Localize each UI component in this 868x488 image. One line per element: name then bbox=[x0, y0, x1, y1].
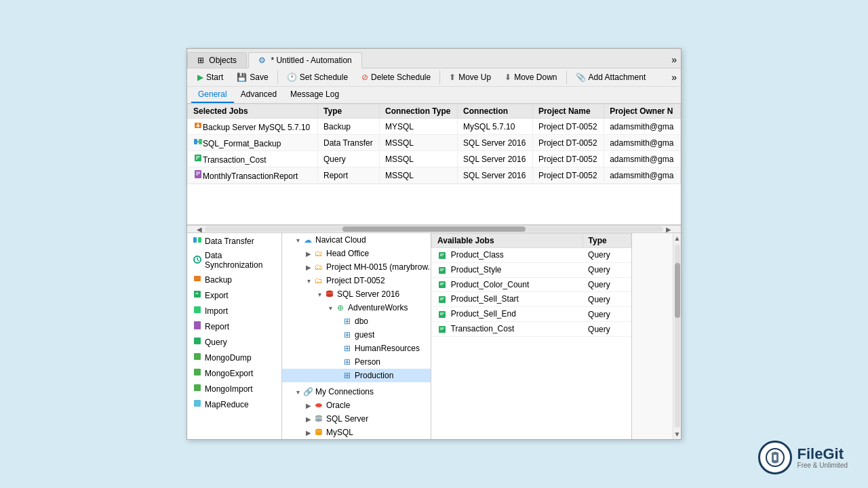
list-item[interactable]: Product_Style Query bbox=[432, 262, 631, 277]
toolbar-expand-icon[interactable]: » bbox=[671, 72, 677, 83]
job-name-cell: Transaction_Cost bbox=[188, 151, 318, 167]
tree-mysql[interactable]: ▶ MySQL bbox=[282, 426, 431, 439]
subtab-general-label: General bbox=[198, 89, 227, 99]
col-project-owner: Project Owner N bbox=[604, 104, 681, 119]
avail-job-type: Query bbox=[583, 248, 631, 263]
svg-rect-12 bbox=[193, 237, 197, 243]
tree-person[interactable]: ⊞ Person bbox=[282, 355, 431, 369]
list-item[interactable]: Transaction_Cost Query bbox=[432, 322, 631, 337]
add-attachment-button[interactable]: 📎 Add Attachment bbox=[570, 70, 652, 84]
table-row[interactable]: Backup Server MySQL 5.7.10 Backup MYSQL … bbox=[188, 119, 681, 135]
bottom-split: Data TransferData SynchronizationBackupE… bbox=[187, 233, 681, 439]
tab-automation[interactable]: ⚙ * Untitled - Automation bbox=[248, 52, 362, 68]
selected-jobs-section: Selected Jobs Type Connection Type Conne… bbox=[187, 104, 681, 225]
subtab-messagelog-label: Message Log bbox=[290, 89, 339, 99]
tab-objects[interactable]: ⊞ Objects bbox=[187, 52, 247, 68]
scroll-thumb[interactable] bbox=[342, 226, 526, 232]
list-item[interactable]: Product_Class Query bbox=[432, 248, 631, 263]
set-schedule-button[interactable]: 🕐 Set Schedule bbox=[281, 70, 354, 84]
tree-dbo[interactable]: ⊞ dbo bbox=[282, 314, 431, 328]
tree-sqlserver[interactable]: ▾ SQL Server 2016 bbox=[282, 287, 431, 301]
subtab-general[interactable]: General bbox=[191, 87, 234, 103]
table-row[interactable]: MonthlyTransactionReport Report MSSQL SQ… bbox=[188, 167, 681, 184]
tab-automation-label: * Untitled - Automation bbox=[271, 56, 351, 65]
job-type-icon bbox=[193, 367, 202, 379]
v-scroll-track[interactable] bbox=[675, 245, 680, 428]
move-up-icon: ⬆ bbox=[449, 73, 456, 82]
sqlserver2-label: SQL Server bbox=[326, 414, 368, 424]
job-conntype-cell: MSSQL bbox=[380, 151, 458, 167]
job-type-item[interactable]: Data Transfer bbox=[187, 233, 281, 249]
job-type-item[interactable]: MongoExport bbox=[187, 365, 281, 381]
scroll-down-arrow[interactable]: ▼ bbox=[674, 429, 681, 439]
job-type-item[interactable]: Export bbox=[187, 287, 281, 303]
svg-point-33 bbox=[315, 432, 322, 435]
col-project-name: Project Name bbox=[532, 104, 604, 119]
subtab-messagelog[interactable]: Message Log bbox=[283, 87, 346, 103]
save-button[interactable]: 💾 Save bbox=[231, 70, 274, 84]
start-button[interactable]: ▶ Start bbox=[191, 70, 229, 84]
sep3 bbox=[566, 70, 567, 84]
v-scroll-thumb[interactable] bbox=[675, 263, 680, 318]
job-type-item[interactable]: Import bbox=[187, 303, 281, 319]
job-type-item[interactable]: Backup bbox=[187, 272, 281, 287]
scroll-right-arrow[interactable]: ▶ bbox=[663, 226, 674, 233]
tree-guest[interactable]: ⊞ guest bbox=[282, 328, 431, 342]
tree-project-mh[interactable]: ▶ 🗂 Project MH-0015 (marybrow... bbox=[282, 260, 431, 274]
dbo-label: dbo bbox=[355, 317, 368, 326]
scroll-up-arrow[interactable]: ▲ bbox=[674, 233, 681, 243]
job-type-item[interactable]: Data Synchronization bbox=[187, 249, 281, 272]
tree-production[interactable]: ⊞ Production bbox=[282, 369, 431, 382]
svg-rect-22 bbox=[194, 384, 201, 391]
job-type-label: Report bbox=[205, 322, 229, 331]
tree-oracle[interactable]: ▶ Oracle bbox=[282, 399, 431, 412]
job-type-item[interactable]: Query bbox=[187, 334, 281, 350]
delete-schedule-button[interactable]: ⊘ Delete Schedule bbox=[355, 70, 437, 84]
job-type-label: Import bbox=[205, 306, 228, 316]
job-type-icon bbox=[193, 274, 202, 285]
avail-job-name: Product_Color_Count bbox=[432, 277, 583, 292]
job-owner-cell: adamsmith@gma bbox=[604, 151, 681, 167]
tree-panel: ▾ ☁ Navicat Cloud ▶ 🗂 Head Office ▶ bbox=[282, 233, 431, 439]
scroll-track[interactable] bbox=[205, 226, 663, 232]
move-down-icon: ⬇ bbox=[505, 73, 511, 82]
move-up-button[interactable]: ⬆ Move Up bbox=[443, 70, 497, 84]
tree-project-dt[interactable]: ▾ 🗂 Project DT-0052 bbox=[282, 274, 431, 287]
list-item[interactable]: Product_Sell_End Query bbox=[432, 307, 631, 322]
schema-icon: ⊕ bbox=[335, 302, 346, 313]
job-name-cell: Backup Server MySQL 5.7.10 bbox=[188, 119, 318, 135]
avail-job-type: Query bbox=[583, 277, 631, 292]
sub-tabs: General Advanced Message Log bbox=[187, 87, 681, 104]
avail-job-type: Query bbox=[583, 307, 631, 322]
job-conntype-cell: MSSQL bbox=[380, 167, 458, 184]
table-row[interactable]: SQL_Format_Backup Data Transfer MSSQL SQ… bbox=[188, 135, 681, 151]
move-down-button[interactable]: ⬇ Move Down bbox=[498, 70, 563, 84]
scroll-left-arrow[interactable]: ◀ bbox=[194, 226, 205, 233]
subtab-advanced[interactable]: Advanced bbox=[234, 87, 283, 103]
tab-objects-label: Objects bbox=[209, 56, 237, 65]
toolbar: ▶ Start 💾 Save 🕐 Set Schedule ⊘ Delete S… bbox=[187, 68, 681, 87]
job-type-item[interactable]: MongoImport bbox=[187, 381, 281, 396]
move-up-label: Move Up bbox=[458, 73, 491, 82]
avail-job-type: Query bbox=[583, 262, 631, 277]
table-row[interactable]: Transaction_Cost Query MSSQL SQL Server … bbox=[188, 151, 681, 167]
tree-cloud-root[interactable]: ▾ ☁ Navicat Cloud bbox=[282, 233, 431, 247]
adventureworks-label: AdventureWorks bbox=[348, 303, 408, 312]
tree-adventureworks[interactable]: ▾ ⊕ AdventureWorks bbox=[282, 301, 431, 314]
list-item[interactable]: Product_Sell_Start Query bbox=[432, 292, 631, 307]
guest-label: guest bbox=[355, 330, 374, 340]
tree-head-office[interactable]: ▶ 🗂 Head Office bbox=[282, 247, 431, 260]
vertical-scrollbar[interactable]: ▲ ▼ bbox=[673, 233, 681, 439]
list-item[interactable]: Product_Color_Count Query bbox=[432, 277, 631, 292]
job-project-cell: Project DT-0052 bbox=[532, 135, 604, 151]
job-type-item[interactable]: Report bbox=[187, 319, 281, 334]
tree-my-connections[interactable]: ▾ 🔗 My Connections bbox=[282, 385, 431, 399]
horizontal-scrollbar[interactable]: ◀ ▶ bbox=[187, 225, 681, 233]
job-type-item[interactable]: MongoDump bbox=[187, 350, 281, 365]
tree-humanresources[interactable]: ⊞ HumanResources bbox=[282, 342, 431, 355]
tree-sqlserver2[interactable]: ▶ SQL Server bbox=[282, 412, 431, 426]
job-type-item[interactable]: MapReduce bbox=[187, 396, 281, 412]
logo-icon bbox=[765, 447, 785, 468]
job-type-icon bbox=[193, 336, 202, 348]
tab-more-button[interactable]: » bbox=[667, 52, 681, 68]
